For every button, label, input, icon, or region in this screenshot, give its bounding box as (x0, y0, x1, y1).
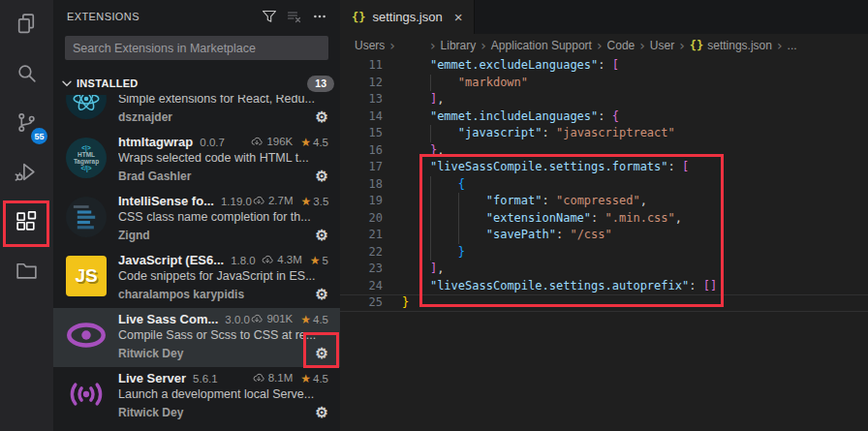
breadcrumb-item-code[interactable]: Code (607, 39, 636, 52)
line-number: 20 (340, 210, 383, 228)
chevron-right-icon: › (430, 38, 436, 53)
extension-description: Launch a development local Serve... (118, 387, 328, 404)
code-line-23: 23 ], (340, 261, 868, 278)
clear-search-results-icon[interactable] (282, 5, 307, 28)
extension-version: 1.19.0 (221, 196, 252, 207)
activity-item-search[interactable] (0, 50, 53, 100)
sidebar-toolbar (257, 5, 332, 28)
json-braces-icon: {} (352, 11, 365, 24)
breadcrumb-item-users[interactable]: Users (355, 39, 385, 52)
gear-icon[interactable]: ⚙ (316, 405, 328, 419)
download-count: 4.3M (277, 254, 302, 265)
code-line-text: "javascript": "javascriptreact" (383, 125, 675, 142)
extension-rating: 4.5 (313, 314, 328, 325)
extension-name-line: htmltagwrap0.0.7196K★4.5 (118, 135, 328, 151)
breadcrumb-item--[interactable]: ... (788, 39, 797, 52)
extension-name: Live Sass Com... (118, 312, 218, 326)
installed-count-badge: 13 (307, 76, 334, 92)
extension-downloads: 4.3M (261, 254, 302, 265)
extension-version: 5.6.1 (193, 373, 218, 385)
breadcrumb-item-application-support[interactable]: Application Support (491, 39, 592, 52)
line-number: 14 (340, 108, 383, 126)
code-line-text: ], (383, 91, 444, 108)
gear-icon[interactable]: ⚙ (316, 169, 328, 183)
extension-author: Brad Gashler (118, 169, 191, 183)
extensions-icon (15, 209, 39, 237)
extension-author: Zignd (118, 229, 150, 242)
close-icon[interactable]: × (454, 9, 463, 25)
extension-author-line: dsznajder⚙ (118, 108, 328, 126)
chevron-right-icon: › (639, 38, 645, 53)
extension-name-line: Live Server5.6.18.1M★4.5 (118, 371, 328, 387)
installed-section-header[interactable]: INSTALLED 13 (53, 72, 340, 95)
extension-author-line: Brad Gashler⚙ (118, 168, 328, 185)
more-actions-icon[interactable] (307, 5, 332, 28)
line-number: 17 (340, 159, 383, 176)
extensions-sidebar: EXTENSIONS Simple extensions for React, … (53, 0, 340, 431)
code-line-text: "markdown" (383, 75, 528, 92)
code-line-18: 18 { (340, 176, 868, 194)
gear-icon[interactable]: ⚙ (316, 287, 328, 301)
code-line-24: 24 "liveSassCompile.settings.autoprefix"… (340, 278, 868, 295)
activity-item-folder[interactable] (0, 248, 53, 297)
gear-icon[interactable]: ⚙ (316, 109, 328, 124)
activity-item-source-control[interactable]: 55 (0, 100, 53, 149)
activity-item-extensions[interactable] (0, 199, 53, 248)
code-line-13: 13 ], (340, 91, 868, 108)
extension-name: Live Server (118, 371, 186, 385)
tab-label: settings.json (372, 10, 442, 24)
code-line-text: { (383, 176, 465, 194)
code-line-text: "format": "compressed", (383, 193, 647, 210)
extension-version: 0.0.7 (200, 137, 225, 148)
tab-bar: {} settings.json × (340, 0, 868, 34)
line-number: 24 (340, 278, 383, 295)
extension-item-htmltagwrap[interactable]: <|>HTMLTagwrap</|>htmltagwrap0.0.7196K★4… (53, 131, 340, 190)
extension-rating: 5 (323, 255, 328, 266)
code-line-22: 22 } (340, 244, 868, 262)
search-input[interactable] (65, 36, 328, 60)
extension-description: Wraps selected code with HTML t... (118, 151, 328, 168)
line-number: 23 (340, 261, 383, 278)
gear-icon[interactable]: ⚙ (316, 228, 328, 242)
extension-item-javascript-es6-[interactable]: JSJavaScript (ES6...1.8.04.3M★5Code snip… (53, 249, 340, 308)
breadcrumb-item-user[interactable]: User (650, 39, 674, 52)
code-line-16: 16 }, (340, 142, 868, 160)
source-control-badge: 55 (31, 128, 47, 144)
tab-settings-json[interactable]: {} settings.json × (340, 0, 475, 34)
chevron-right-icon: › (389, 38, 395, 53)
code-line-11: 11 "emmet.excludeLanguages": [ (340, 57, 868, 75)
chevron-right-icon: › (480, 38, 486, 53)
code-line-text: "emmet.excludeLanguages": [ (383, 57, 619, 75)
gear-icon[interactable]: ⚙ (316, 346, 328, 360)
extension-downloads: 196K (250, 136, 293, 147)
star-icon: ★ (300, 313, 311, 326)
line-number: 21 (340, 227, 383, 244)
star-icon: ★ (310, 254, 321, 267)
code-line-19: 19 "format": "compressed", (340, 193, 868, 210)
filter-icon[interactable] (257, 5, 282, 28)
folder-icon (15, 259, 39, 287)
extension-item-intellisense-fo-[interactable]: IntelliSense fo...1.19.02.7M★3.5CSS clas… (53, 190, 340, 249)
activity-item-explorer[interactable] (0, 1, 53, 50)
line-number: 13 (340, 91, 383, 108)
extensions-list: Simple extensions for React, Redu...dszn… (53, 72, 340, 426)
code-line-text: "liveSassCompile.settings.formats": [ (383, 159, 689, 176)
breadcrumb-label: User (650, 39, 674, 52)
activity-item-run-debug[interactable] (0, 149, 53, 199)
live-sass-logo (66, 315, 107, 355)
download-count: 196K (266, 136, 293, 147)
extension-details: IntelliSense fo...1.19.02.7M★3.5CSS clas… (118, 194, 328, 244)
breadcrumb-item-library[interactable]: Library (441, 39, 477, 52)
extension-item-live-server[interactable]: Live Server5.6.18.1M★4.5Launch a develop… (53, 367, 340, 426)
extension-item-live-sass-com-[interactable]: Live Sass Com...3.0.0901K★4.5Compile Sas… (53, 308, 340, 367)
extension-downloads: 8.1M (252, 372, 294, 384)
js-logo: JS (66, 256, 107, 296)
code-area[interactable]: 11 "emmet.excludeLanguages": [12 "markdo… (340, 57, 868, 312)
code-line-text: ], (383, 261, 444, 278)
code-line-17: 17 "liveSassCompile.settings.formats": [ (340, 159, 868, 176)
extension-description: CSS class name completion for th... (118, 210, 328, 227)
code-line-14: 14 "emmet.includeLanguages": { (340, 108, 868, 126)
breadcrumb-item-settings-json[interactable]: {}settings.json (690, 39, 772, 52)
vscode-window: 55 EXTENSIONS Simple extensions for Reac… (0, 0, 868, 431)
breadcrumb-label: Library (441, 39, 477, 52)
